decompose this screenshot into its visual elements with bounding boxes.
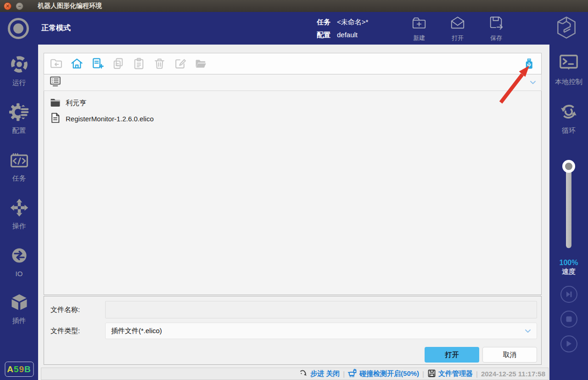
file-type-label: 文件类型:	[50, 327, 105, 335]
task-config-info: 任务 <未命名>* 配置 default	[317, 17, 368, 39]
home-icon[interactable]	[71, 57, 83, 70]
sidebar-item-config[interactable]: 配置	[9, 102, 29, 135]
open-folder-icon[interactable]	[195, 57, 207, 70]
paste-icon[interactable]	[133, 57, 145, 70]
task-label: 任务	[317, 17, 330, 26]
main-area: 运行	[0, 45, 588, 380]
file-dialog-form: 文件名称: 文件类型: 插件文件(*.elico) 打开	[44, 296, 542, 365]
mode-indicator-icon	[8, 18, 29, 39]
speed-slider-handle[interactable]	[562, 160, 575, 173]
speed-percent: 100%	[560, 258, 578, 267]
file-list: 利元亨 RegisterMonitor-1.2.6.0.elico	[44, 91, 542, 295]
move-arrows-icon	[9, 198, 29, 220]
action-label: 打开	[452, 34, 464, 42]
sidebar-item-task[interactable]: 任务	[9, 150, 29, 183]
mode-label: 正常模式	[41, 23, 71, 33]
list-item-folder[interactable]: 利元亨	[44, 95, 541, 111]
run-icon	[9, 54, 29, 76]
collision-robot-icon	[348, 369, 357, 379]
loop-icon	[558, 101, 579, 124]
file-dialog: 利元亨 RegisterMonitor-1.2.6.0.elico	[44, 53, 542, 365]
speed-slider-track[interactable]	[566, 166, 571, 248]
folder-back-icon[interactable]	[50, 57, 62, 70]
list-item-file[interactable]: RegisterMonitor-1.2.6.0.elico	[44, 111, 541, 126]
local-control-icon	[558, 52, 579, 75]
content-area: 利元亨 RegisterMonitor-1.2.6.0.elico	[38, 45, 549, 380]
sidebar-item-loop[interactable]: 循环	[558, 101, 579, 135]
new-folder-icon	[411, 15, 427, 32]
io-icon	[9, 245, 29, 267]
delete-icon[interactable]	[153, 57, 166, 70]
sidebar-item-plugin[interactable]: 插件	[9, 292, 29, 325]
action-label: 新建	[413, 34, 425, 42]
config-value: default	[337, 30, 358, 38]
collision-detect-toggle[interactable]: 碰撞检测开启(50%)	[348, 369, 419, 379]
save-task-button[interactable]: 保存	[482, 15, 510, 42]
open-button[interactable]: 打开	[425, 347, 479, 363]
header-actions: 新建 打开	[405, 15, 510, 42]
close-icon[interactable]: ✕	[4, 2, 11, 10]
open-mail-icon	[450, 15, 465, 32]
copy-icon[interactable]	[112, 57, 124, 70]
file-name-label: 文件名称:	[50, 306, 105, 314]
play-button[interactable]	[560, 335, 577, 352]
rename-icon[interactable]	[174, 57, 186, 70]
step-next-button[interactable]	[560, 286, 577, 303]
speed-slider	[562, 160, 575, 251]
brand-cube-icon	[553, 14, 580, 43]
sidebar-item-local-control[interactable]: 本地控制	[555, 52, 582, 86]
sidebar-item-run[interactable]: 运行	[9, 54, 29, 87]
computer-icon	[49, 75, 62, 90]
plugin-cube-icon	[9, 292, 29, 314]
action-label: 保存	[490, 34, 502, 42]
os-titlebar: ✕ – 机器人图形化编程环境	[0, 0, 588, 12]
app-window: ✕ – 机器人图形化编程环境 正常模式 任务 <未命名>* 配置 default	[0, 0, 588, 380]
file-manager-button[interactable]: 文件管理器	[427, 369, 473, 379]
minimize-icon[interactable]: –	[16, 2, 23, 10]
left-sidebar: 运行	[0, 45, 38, 380]
transport-controls	[560, 286, 577, 352]
location-dropdown[interactable]	[44, 74, 542, 91]
file-icon	[50, 113, 61, 125]
cancel-button[interactable]: 取消	[482, 347, 537, 363]
separator: |	[343, 370, 345, 378]
sidebar-item-io[interactable]: IO	[9, 245, 29, 278]
new-task-button[interactable]: 新建	[405, 15, 433, 42]
speed-label: 速度	[560, 267, 578, 276]
open-task-button[interactable]: 打开	[443, 15, 472, 42]
stop-button[interactable]	[560, 311, 577, 328]
save-icon	[488, 15, 504, 32]
window-title: 机器人图形化编程环境	[38, 2, 102, 10]
status-bar: 步进 关闭 | 碰撞检测开启(50%) |	[41, 368, 549, 380]
file-type-select[interactable]: 插件文件(*.elico)	[105, 323, 537, 339]
robot-id-badge[interactable]: A59B	[5, 362, 34, 377]
file-name-input[interactable]	[105, 301, 537, 318]
right-sidebar: 本地控制 循环 100%	[549, 45, 588, 380]
usb-drive-icon[interactable]	[523, 57, 535, 70]
config-label: 配置	[317, 30, 330, 39]
new-file-icon[interactable]	[91, 57, 104, 70]
sidebar-item-operate[interactable]: 操作	[9, 198, 29, 231]
step-icon	[299, 369, 308, 379]
file-dialog-toolbar	[44, 53, 542, 74]
chevron-down-icon[interactable]	[530, 80, 536, 85]
folder-icon	[50, 97, 61, 109]
separator: |	[422, 370, 424, 378]
separator: |	[476, 370, 478, 378]
chevron-down-icon	[525, 329, 531, 333]
settings-gear-icon	[9, 102, 29, 124]
app-header: 正常模式 任务 <未命名>* 配置 default 新建	[0, 12, 588, 45]
speed-readout: 100% 速度	[560, 258, 578, 276]
step-mode-toggle[interactable]: 步进 关闭	[299, 369, 340, 379]
status-timestamp: 2024-12-25 11:17:58	[481, 370, 545, 378]
task-value: <未命名>*	[337, 17, 368, 26]
task-code-icon	[9, 150, 29, 172]
floppy-disk-icon	[427, 369, 436, 379]
